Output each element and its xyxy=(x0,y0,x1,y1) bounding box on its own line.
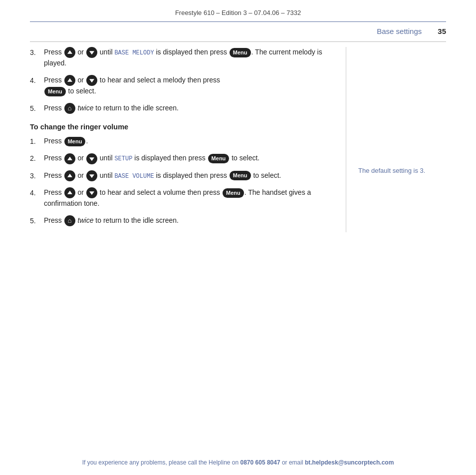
list-item: 3. Press or until BASE VOLUME is display… xyxy=(30,170,331,181)
side-note-text: The default setting is 3. xyxy=(358,167,425,174)
list-content: Press or until BASE MELODY is displayed … xyxy=(44,47,331,69)
mono-text: SETUP xyxy=(114,155,132,162)
list-item: 5. Press twice to return to the idle scr… xyxy=(30,215,331,226)
list-item: 4. Press or to hear and select a volume … xyxy=(30,187,331,209)
footer-email: bt.helpdesk@suncorptech.com xyxy=(305,459,394,466)
list-content: Press or to hear and select a melody the… xyxy=(44,75,331,97)
content-area: 3. Press or until BASE MELODY is display… xyxy=(0,47,476,232)
content-rule xyxy=(30,41,446,42)
list-num: 5. xyxy=(30,215,44,226)
page-header: Freestyle 610 – Edition 3 – 07.04.06 – 7… xyxy=(0,0,476,21)
section-2-list: 1. Press Menu. 2. Press or until SETUP i… xyxy=(30,136,331,226)
list-item: 3. Press or until BASE MELODY is display… xyxy=(30,47,331,69)
list-content: Press or to hear and select a volume the… xyxy=(44,187,331,209)
list-content: Press or until SETUP is displayed then p… xyxy=(44,153,331,164)
up-button-icon xyxy=(64,75,75,86)
home-button-icon xyxy=(64,215,75,226)
page-number: 35 xyxy=(438,27,446,35)
menu-button-icon: Menu xyxy=(230,171,251,180)
section-heading: To change the ringer volume xyxy=(30,123,331,131)
down-button-icon xyxy=(86,170,97,181)
side-column: The default setting is 3. xyxy=(346,47,446,232)
list-item: 4. Press or to hear and select a melody … xyxy=(30,75,331,97)
mono-text: BASE VOLUME xyxy=(114,173,154,180)
list-item: 1. Press Menu. xyxy=(30,136,331,147)
section-1-list: 3. Press or until BASE MELODY is display… xyxy=(30,47,331,114)
footer: If you experience any problems, please c… xyxy=(0,459,476,466)
list-num: 5. xyxy=(30,103,44,114)
italic-twice: twice xyxy=(78,216,94,224)
page-title-bar: Base settings 35 xyxy=(0,22,476,38)
up-button-icon xyxy=(64,170,75,181)
down-button-icon xyxy=(86,153,97,164)
list-num: 3. xyxy=(30,170,44,181)
menu-button-icon: Menu xyxy=(64,137,86,146)
list-item: 2. Press or until SETUP is displayed the… xyxy=(30,153,331,164)
down-button-icon xyxy=(86,187,97,198)
list-content: Press Menu. xyxy=(44,136,331,147)
list-num: 1. xyxy=(30,136,44,147)
footer-phone: 0870 605 8047 xyxy=(240,459,280,466)
list-item: 5. Press twice to return to the idle scr… xyxy=(30,103,331,114)
down-button-icon xyxy=(86,47,97,58)
menu-button-icon: Menu xyxy=(44,87,66,96)
main-column: 3. Press or until BASE MELODY is display… xyxy=(30,47,346,232)
list-num: 4. xyxy=(30,187,44,198)
up-button-icon xyxy=(64,187,75,198)
mono-text: BASE MELODY xyxy=(114,49,154,56)
footer-middle: or email xyxy=(280,459,305,466)
up-button-icon xyxy=(64,153,75,164)
section-title: Base settings xyxy=(377,27,422,35)
menu-button-icon: Menu xyxy=(208,154,230,163)
header-title: Freestyle 610 – Edition 3 – 07.04.06 – 7… xyxy=(175,9,301,16)
list-content: Press twice to return to the idle screen… xyxy=(44,215,331,226)
list-num: 3. xyxy=(30,47,44,58)
down-button-icon xyxy=(86,75,97,86)
footer-prefix: If you experience any problems, please c… xyxy=(82,459,240,466)
list-content: Press twice to return to the idle screen… xyxy=(44,103,331,114)
list-num: 4. xyxy=(30,75,44,86)
list-content: Press or until BASE VOLUME is displayed … xyxy=(44,170,331,181)
list-num: 2. xyxy=(30,153,44,164)
menu-button-icon: Menu xyxy=(230,48,251,57)
up-button-icon xyxy=(64,47,75,58)
menu-button-icon: Menu xyxy=(223,188,244,198)
home-button-icon xyxy=(64,103,75,114)
italic-twice: twice xyxy=(78,104,94,112)
